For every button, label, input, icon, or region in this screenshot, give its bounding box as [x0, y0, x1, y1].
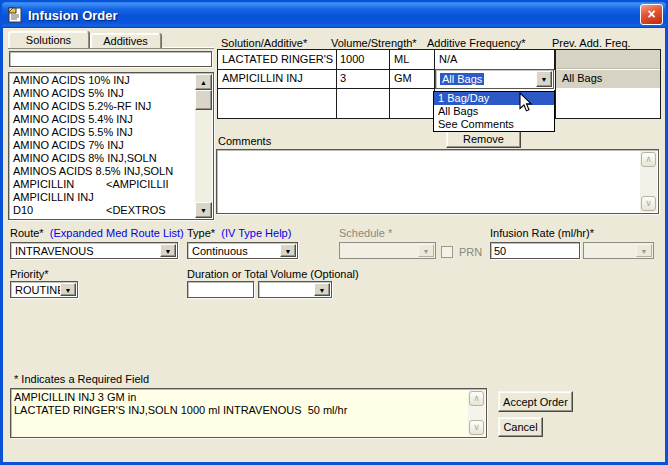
list-item-name: AMINO ACIDS 5.5% INJ — [13, 126, 133, 138]
list-item[interactable]: AMINO ACIDS 10% INJ — [10, 74, 195, 87]
scroll-up-icon[interactable]: ∧ — [469, 391, 484, 406]
type-label: Type* (IV Type Help) — [187, 227, 291, 239]
comments-label: Comments — [218, 135, 271, 147]
comments-scrollbar[interactable]: ∧ ∨ — [640, 151, 657, 212]
list-item[interactable]: AMINO ACIDS 5% INJ — [10, 87, 195, 100]
infusion-rate-unit-combo: ▼ — [583, 242, 654, 259]
list-item[interactable]: AMINO ACIDS 5.5% INJ — [10, 126, 195, 139]
list-item[interactable]: AMINO ACIDS 5.2%-RF INJ — [10, 100, 195, 113]
dropdown-option-1-bag-day[interactable]: 1 Bag/Day — [434, 92, 554, 105]
dropdown-option-see-comments[interactable]: See Comments — [434, 118, 554, 131]
list-item-name: AMINO ACIDS 5.4% INJ — [13, 113, 133, 125]
priority-combo[interactable]: ROUTINE ▼ — [10, 281, 78, 298]
frequency-combo-value: All Bags — [440, 73, 484, 85]
cell-unit: ML — [394, 53, 432, 65]
iv-type-help-link[interactable]: (IV Type Help) — [221, 227, 291, 239]
cell-volume: 1000 — [340, 53, 386, 65]
list-item-name: AMPICILLIN — [13, 178, 74, 190]
duration-input[interactable] — [188, 282, 253, 297]
list-item[interactable]: AMINOS ACIDS 8.5% INJ,SOLN — [10, 165, 195, 178]
tab-solutions-label: Solutions — [26, 34, 71, 46]
summary-line-1: AMPICILLIN INJ 3 GM in — [14, 391, 466, 404]
solution-search-input[interactable] — [10, 52, 211, 66]
dialog-body: Solutions Additives AMINO ACIDS 10% INJ — [3, 28, 665, 462]
grid-line — [389, 50, 390, 118]
list-item[interactable]: AMPICILLIN <AMPICILLII — [10, 178, 195, 191]
frequency-combo[interactable]: All Bags ▼ — [435, 69, 554, 89]
list-item[interactable]: AMINO ACIDS 5.4% INJ — [10, 113, 195, 126]
chevron-down-icon[interactable]: ▼ — [160, 244, 176, 257]
mouse-cursor-icon — [519, 92, 533, 113]
cell-unit: GM — [394, 72, 432, 84]
form-icon — [7, 7, 23, 23]
prn-label: PRN — [459, 246, 482, 258]
prn-checkbox — [441, 246, 453, 258]
priority-value: ROUTINE — [15, 284, 65, 296]
chevron-down-icon[interactable]: ▼ — [280, 244, 296, 257]
list-item-alias: <AMPICILLII — [106, 178, 169, 191]
type-value: Continuous — [192, 245, 248, 257]
infusion-rate-label: Infusion Rate (ml/hr)* — [490, 227, 594, 239]
expanded-med-route-link[interactable]: (Expanded Med Route List) — [50, 227, 184, 239]
list-item-name: AMINO ACIDS 10% INJ — [13, 74, 130, 86]
accept-order-button[interactable]: Accept Order — [498, 391, 573, 412]
comments-textarea[interactable]: ∧ ∨ — [216, 149, 659, 214]
prev-freq-cell-row2: All Bags — [556, 70, 660, 88]
list-item-name: AMPICILLIN INJ — [13, 191, 94, 203]
order-summary-box[interactable]: AMPICILLIN INJ 3 GM in LACTATED RINGER'S… — [10, 388, 487, 438]
list-item-name: AMINO ACIDS 8% INJ,SOLN — [13, 152, 157, 164]
cancel-button[interactable]: Cancel — [498, 417, 543, 437]
route-combo[interactable]: INTRAVENOUS ▼ — [10, 242, 178, 259]
list-item[interactable]: AMPICILLIN INJ — [10, 191, 195, 204]
solutions-list-items: AMINO ACIDS 10% INJ AMINO ACIDS 5% INJ A… — [10, 74, 195, 218]
priority-label: Priority* — [10, 268, 49, 280]
infusion-rate-input[interactable] — [491, 243, 579, 258]
solutions-listbox[interactable]: AMINO ACIDS 10% INJ AMINO ACIDS 5% INJ A… — [8, 72, 214, 220]
duration-box — [187, 281, 254, 298]
scroll-down-icon[interactable]: ▼ — [195, 202, 212, 218]
chevron-down-icon[interactable]: ▼ — [314, 283, 330, 296]
window-title: Infusion Order — [28, 8, 118, 23]
scroll-up-icon[interactable]: ▲ — [195, 74, 212, 90]
route-label: Route* (Expanded Med Route List) — [10, 227, 184, 239]
list-scrollbar[interactable]: ▲ ▼ — [195, 74, 212, 218]
infusion-rate-box — [490, 242, 580, 259]
list-item-name: AMINO ACIDS 7% INJ — [13, 139, 124, 151]
scrollbar-thumb[interactable] — [195, 90, 212, 110]
infusion-order-dialog: Infusion Order × Solutions Additives AMI… — [0, 0, 668, 465]
list-item-name: AMINO ACIDS 5.2%-RF INJ — [13, 100, 151, 112]
chevron-down-icon[interactable]: ▼ — [536, 71, 552, 87]
list-item[interactable]: AMINO ACIDS 8% INJ,SOLN — [10, 152, 195, 165]
chevron-down-icon: ▼ — [418, 244, 434, 257]
type-label-text: Type* — [187, 227, 215, 239]
schedule-label: Schedule * — [339, 227, 392, 239]
list-item[interactable]: D10 <DEXTROS — [10, 204, 195, 217]
summary-scrollbar[interactable]: ∧ ∨ — [468, 390, 485, 436]
tab-additives[interactable]: Additives — [90, 33, 161, 48]
list-item-name: D10 — [13, 204, 33, 216]
scroll-down-icon[interactable]: ∨ — [641, 196, 656, 211]
prev-freq-value: All Bags — [562, 72, 602, 84]
grid-header-prev-freq: Prev. Add. Freq. — [552, 37, 631, 49]
duration-label: Duration or Total Volume (Optional) — [187, 268, 359, 280]
duration-unit-combo[interactable]: ▼ — [258, 281, 332, 298]
required-field-note: * Indicates a Required Field — [14, 373, 149, 385]
dropdown-option-all-bags[interactable]: All Bags — [434, 105, 554, 118]
chevron-down-icon: ▼ — [636, 244, 652, 257]
tab-additives-label: Additives — [103, 35, 148, 47]
scroll-down-icon[interactable]: ∨ — [469, 420, 484, 435]
route-label-text: Route* — [10, 227, 44, 239]
frequency-dropdown-list[interactable]: 1 Bag/Day All Bags See Comments — [433, 91, 555, 132]
title-bar[interactable]: Infusion Order × — [2, 2, 666, 28]
grid-header-volume: Volume/Strength* — [331, 37, 417, 49]
type-combo[interactable]: Continuous ▼ — [187, 242, 298, 259]
prev-freq-cell-row1 — [556, 50, 660, 69]
route-value: INTRAVENOUS — [15, 245, 94, 257]
grid-header-solution: Solution/Additive* — [221, 37, 307, 49]
tab-solutions[interactable]: Solutions — [8, 31, 89, 48]
list-item[interactable]: AMINO ACIDS 7% INJ — [10, 139, 195, 152]
chevron-down-icon[interactable]: ▼ — [60, 283, 76, 296]
close-icon[interactable]: × — [640, 4, 663, 25]
cell-solution: AMPICILLIN INJ — [222, 72, 334, 84]
scroll-up-icon[interactable]: ∧ — [641, 152, 656, 167]
